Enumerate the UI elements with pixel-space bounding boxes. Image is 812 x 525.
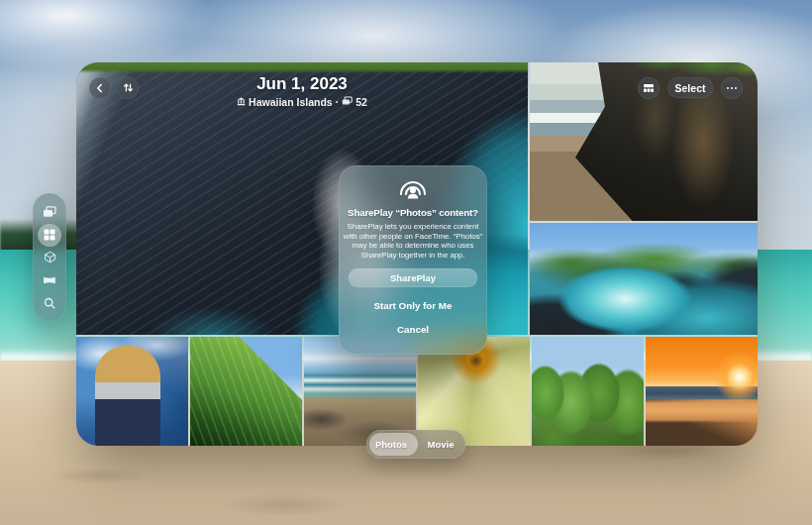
photo-green-cliffs[interactable] <box>190 337 302 446</box>
shareplay-icon <box>339 177 487 200</box>
visionos-photos-screen: Jun 1, 2023 Hawaiian Islands · 52 Select <box>0 0 812 525</box>
albums-grid-icon <box>44 229 55 241</box>
photo-cactus[interactable] <box>532 337 644 446</box>
back-button[interactable] <box>89 77 111 99</box>
dialog-title: SharePlay “Photos” content? <box>339 207 487 218</box>
sort-arrows-icon <box>123 79 134 97</box>
sidebar-item-search[interactable] <box>38 291 61 314</box>
sidebar-item-panoramas[interactable] <box>38 268 61 291</box>
start-only-for-me-button[interactable]: Start Only for Me <box>339 300 487 311</box>
shareplay-confirm-label: SharePlay <box>390 272 436 283</box>
shareplay-confirm-button[interactable]: SharePlay <box>349 268 477 287</box>
cancel-button[interactable]: Cancel <box>339 324 487 335</box>
sidebar-item-photos[interactable] <box>38 201 61 224</box>
photos-sidebar <box>33 193 66 322</box>
more-button[interactable] <box>721 77 743 99</box>
search-icon <box>44 297 55 309</box>
dialog-body-line: SharePlay together in the app. <box>339 251 487 261</box>
photo-black-sand-cove[interactable] <box>530 223 758 335</box>
sort-button[interactable] <box>117 77 139 99</box>
spatial-cube-icon <box>44 251 56 263</box>
select-button-label: Select <box>675 82 706 94</box>
dialog-body-line: with other people on FaceTime. “Photos” <box>339 232 487 242</box>
view-mode-segmented-control: Photos Movie <box>366 430 465 459</box>
tab-movie[interactable]: Movie <box>416 439 465 450</box>
chevron-left-icon <box>95 79 105 97</box>
layout-grid-button[interactable] <box>638 77 660 99</box>
ellipsis-icon <box>727 87 738 90</box>
sidebar-item-albums[interactable] <box>38 224 61 247</box>
shareplay-dialog: SharePlay “Photos” content? SharePlay le… <box>339 165 487 355</box>
tab-photos[interactable]: Photos <box>366 439 416 450</box>
dialog-body-line: SharePlay lets you experience content <box>339 222 487 232</box>
grid-view-icon <box>643 79 655 97</box>
photos-stack-icon <box>43 206 56 218</box>
dialog-body: SharePlay lets you experience content wi… <box>339 222 487 260</box>
photo-woman-overlook[interactable] <box>76 337 188 446</box>
dialog-body-line: may be able to determine who uses <box>339 241 487 251</box>
sidebar-item-spatial[interactable] <box>38 247 61 269</box>
select-button[interactable]: Select <box>667 77 713 98</box>
photo-ocean-sunset[interactable] <box>646 337 758 446</box>
panorama-icon <box>43 275 56 285</box>
